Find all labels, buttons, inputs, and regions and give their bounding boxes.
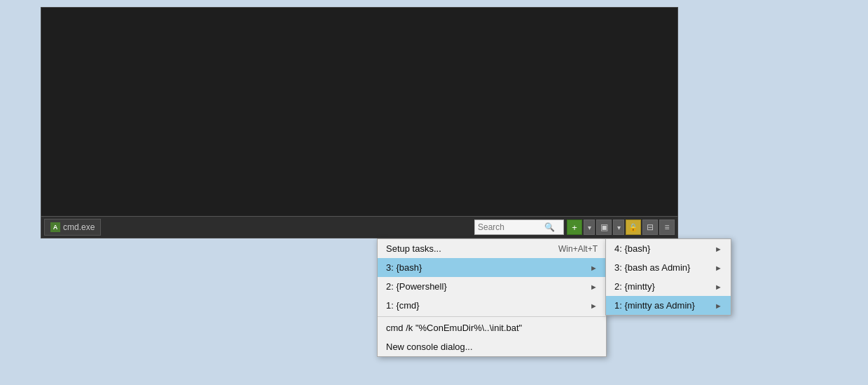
menu-item-label: 3: {bash} — [386, 262, 422, 273]
sub-context-menu: 4: {bash} ► 3: {bash as Admin} ► 2: {min… — [605, 238, 731, 316]
tab-icon: A — [50, 222, 60, 232]
submenu-arrow-icon: ► — [715, 245, 722, 253]
menu-item-label: New console dialog... — [386, 342, 473, 352]
menu-item-label: 1: {cmd} — [386, 300, 420, 311]
search-icon[interactable]: 🔍 — [544, 222, 555, 232]
split-v-button[interactable]: ⊟ — [642, 219, 658, 235]
submenu-item-label: 4: {bash} — [614, 243, 650, 254]
submenu-item-bash-admin[interactable]: 3: {bash as Admin} ► — [606, 258, 731, 277]
menu-item-powershell[interactable]: 2: {Powershell} ► — [378, 277, 606, 296]
menu-button[interactable]: ≡ — [659, 219, 675, 235]
submenu-arrow-icon: ► — [590, 283, 598, 291]
menu-item-label: Setup tasks... — [386, 243, 441, 254]
submenu-item-bash4[interactable]: 4: {bash} ► — [606, 239, 731, 258]
menu-item-cmd[interactable]: 1: {cmd} ► — [378, 296, 606, 315]
menu-item-new-console[interactable]: New console dialog... — [378, 337, 606, 356]
search-box[interactable]: 🔍 — [474, 219, 564, 235]
submenu-item-mintty-admin[interactable]: 1: {mintty as Admin} ► — [606, 296, 731, 315]
submenu-arrow-icon: ► — [715, 302, 722, 310]
split-h-arrow-button[interactable]: ▾ — [613, 219, 624, 235]
menu-separator — [378, 316, 606, 317]
submenu-arrow-icon: ► — [590, 302, 598, 310]
menu-item-label: 2: {Powershell} — [386, 281, 447, 292]
menu-item-shortcut: Win+Alt+T — [558, 244, 598, 254]
split-h-button[interactable]: ▣ — [596, 219, 612, 235]
submenu-arrow-icon: ► — [715, 264, 722, 272]
submenu-item-label: 3: {bash as Admin} — [614, 262, 690, 273]
submenu-item-label: 1: {mintty as Admin} — [614, 300, 695, 311]
menu-item-bash[interactable]: 3: {bash} ► — [378, 258, 606, 277]
submenu-item-mintty[interactable]: 2: {mintty} ► — [606, 277, 731, 296]
submenu-item-label: 2: {mintty} — [614, 281, 655, 292]
dropdown-arrow-button[interactable]: ▾ — [584, 219, 595, 235]
add-tab-button[interactable]: + — [567, 219, 582, 235]
taskbar-buttons: + ▾ ▣ ▾ 🔒 ⊟ ≡ — [567, 219, 675, 235]
lock-button[interactable]: 🔒 — [626, 219, 641, 235]
menu-item-setup-tasks[interactable]: Setup tasks... Win+Alt+T — [378, 239, 606, 258]
terminal-window — [41, 7, 678, 231]
tab-label: cmd.exe — [63, 222, 95, 232]
cmd-tab[interactable]: A cmd.exe — [44, 219, 101, 236]
submenu-arrow-icon: ► — [590, 264, 598, 272]
terminal-taskbar: A cmd.exe 🔍 + ▾ ▣ ▾ 🔒 ⊟ ≡ — [41, 216, 678, 238]
main-context-menu: Setup tasks... Win+Alt+T 3: {bash} ► 2: … — [377, 238, 607, 357]
menu-item-label: cmd /k "%ConEmuDir%\..\init.bat" — [386, 323, 522, 333]
menu-item-cmd-init[interactable]: cmd /k "%ConEmuDir%\..\init.bat" — [378, 318, 606, 337]
submenu-arrow-icon: ► — [715, 283, 722, 291]
search-input[interactable] — [478, 222, 544, 232]
